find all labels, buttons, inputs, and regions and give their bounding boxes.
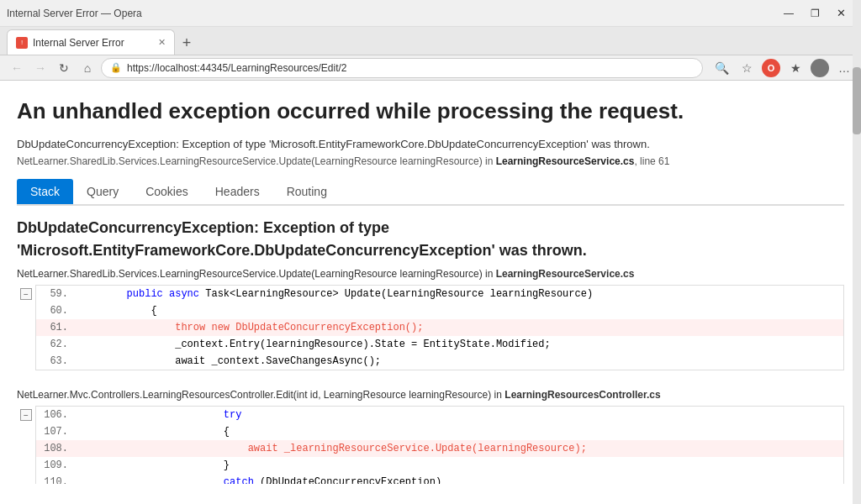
search-button[interactable]: 🔍 <box>711 58 732 78</box>
lock-icon: 🔒 <box>110 62 122 73</box>
home-button[interactable]: ⌂ <box>77 58 98 78</box>
tab-headers[interactable]: Headers <box>202 179 273 204</box>
browser-actions: 🔍 ☆ O ★ … <box>711 58 854 78</box>
code-line-107: 107. { <box>36 423 843 440</box>
scrollbar-thumb[interactable] <box>853 67 861 134</box>
tab-close-button[interactable]: ✕ <box>158 37 166 48</box>
forward-button[interactable]: → <box>30 58 50 78</box>
stack-source1: NetLearner.SharedLib.Services.LearningRe… <box>17 268 844 280</box>
title-bar: Internal Server Error — Opera — ❐ ✕ <box>0 0 861 27</box>
content-area: An unhandled exception occurred while pr… <box>0 81 861 484</box>
refresh-button[interactable]: ↻ <box>54 58 74 78</box>
new-tab-button[interactable]: + <box>175 31 198 55</box>
navigation-bar: ← → ↻ ⌂ 🔒 https://localhost:44345/Learni… <box>0 55 861 81</box>
code-block-2: 106. try 107. { 108. await _learningRe <box>35 406 844 484</box>
tab-routing[interactable]: Routing <box>273 179 341 204</box>
source1-file: LearningResourceService.cs <box>496 268 635 280</box>
tab-error-icon: ! <box>16 37 28 49</box>
collapse-btn-1[interactable]: − <box>17 285 35 301</box>
address-bar[interactable]: 🔒 https://localhost:44345/LearningResour… <box>101 58 703 78</box>
tab-title: Internal Server Error <box>33 37 124 49</box>
maximize-button[interactable]: ❐ <box>802 6 828 21</box>
extensions-button[interactable]: ★ <box>785 58 806 78</box>
address-text: https://localhost:44345/LearningResource… <box>127 62 347 74</box>
code-line-60: 60. { <box>36 302 843 319</box>
source2-file: LearningResourcesController.cs <box>504 389 660 401</box>
stack-section: DbUpdateConcurrencyException: Exception … <box>17 219 844 484</box>
exception-line: DbUpdateConcurrencyException: Exception … <box>17 138 844 150</box>
service-line: NetLearner.SharedLib.Services.LearningRe… <box>17 155 844 167</box>
stack-title-line2: 'Microsoft.EntityFrameworkCore.DbUpdateC… <box>17 242 844 260</box>
tab-cookies[interactable]: Cookies <box>132 179 202 204</box>
code-line-108: 108. await _learningResourceService.Upda… <box>36 440 843 457</box>
code-block-1-container: − 59. public async Task<LearningResource… <box>17 285 844 381</box>
code-line-61: 61. throw new DbUpdateConcurrencyExcepti… <box>36 319 843 336</box>
code-line-109: 109. } <box>36 457 843 474</box>
code-line-106: 106. try <box>36 407 843 423</box>
avatar <box>811 59 829 77</box>
error-tabs: Stack Query Cookies Headers Routing <box>17 179 844 206</box>
tab-stack[interactable]: Stack <box>17 179 73 204</box>
close-window-button[interactable]: ✕ <box>828 5 854 21</box>
browser-tab[interactable]: ! Internal Server Error ✕ <box>7 29 175 55</box>
stack-source2: NetLearner.Mvc.Controllers.LearningResou… <box>17 389 844 401</box>
page-main-title: An unhandled exception occurred while pr… <box>17 97 844 126</box>
code-line-110: 110. catch (DbUpdateConcurrencyException… <box>36 474 843 484</box>
browser-tab-row: ! Internal Server Error ✕ + <box>0 27 861 55</box>
code-line-59: 59. public async Task<LearningResource> … <box>36 286 843 302</box>
tab-query[interactable]: Query <box>73 179 132 204</box>
bookmark-button[interactable]: ☆ <box>737 58 757 78</box>
window-title: Internal Server Error — Opera <box>7 8 142 19</box>
code-block-2-container: − 106. try 107. { 108. <box>17 406 844 484</box>
exception-text: DbUpdateConcurrencyException: Exception … <box>17 138 650 150</box>
minimize-button[interactable]: — <box>775 6 802 21</box>
service-file: LearningResourceService.cs <box>496 155 635 167</box>
code-block-1: 59. public async Task<LearningResource> … <box>35 285 844 370</box>
collapse-btn-2[interactable]: − <box>17 406 35 422</box>
scrollbar-track <box>853 0 861 504</box>
code-line-63: 63. await _context.SaveChangesAsync(); <box>36 353 843 370</box>
back-button[interactable]: ← <box>7 58 27 78</box>
menu-button[interactable]: … <box>834 58 854 78</box>
opera-icon: O <box>762 59 780 77</box>
code-line-62: 62. _context.Entry(learningResource).Sta… <box>36 336 843 353</box>
stack-title-line1: DbUpdateConcurrencyException: Exception … <box>17 219 844 237</box>
